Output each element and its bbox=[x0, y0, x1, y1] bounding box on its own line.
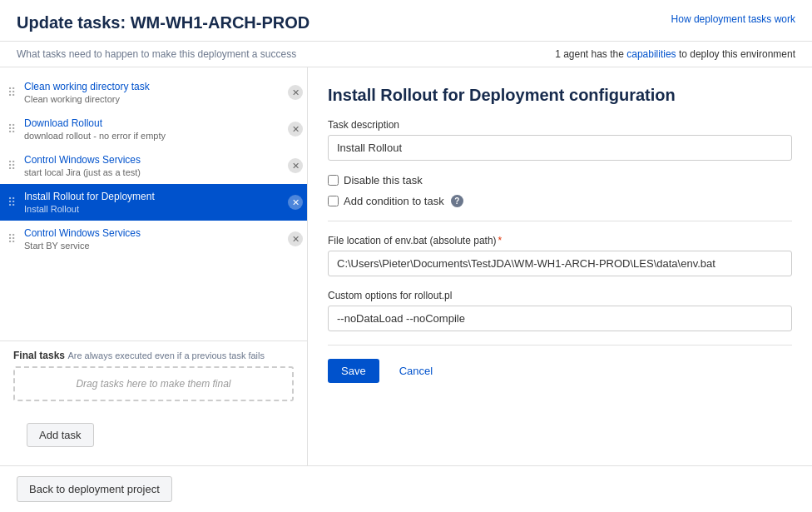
cancel-button[interactable]: Cancel bbox=[386, 359, 446, 383]
footer: Back to deployment project bbox=[0, 465, 812, 512]
task-name: Control Windows Services bbox=[24, 154, 279, 166]
disable-task-row: Disable this task bbox=[328, 174, 792, 186]
right-panel: Install Rollout for Deployment configura… bbox=[308, 67, 812, 465]
task-list: ⠿ Clean working directory task Clean wor… bbox=[0, 67, 307, 341]
page-header: Update tasks: WM-WH1-ARCH-PROD How deplo… bbox=[0, 0, 812, 42]
left-panel: ⠿ Clean working directory task Clean wor… bbox=[0, 67, 308, 465]
back-button[interactable]: Back to deployment project bbox=[17, 476, 172, 502]
save-button[interactable]: Save bbox=[328, 359, 379, 383]
task-item-control-windows[interactable]: ⠿ Control Windows Services start local J… bbox=[0, 147, 307, 184]
task-name: Install Rollout for Deployment bbox=[24, 191, 279, 202]
add-task-button[interactable]: Add task bbox=[27, 423, 94, 447]
task-item-clean[interactable]: ⠿ Clean working directory task Clean wor… bbox=[0, 74, 307, 111]
task-desc: Clean working directory bbox=[24, 94, 279, 104]
drag-placeholder: Drag tasks here to make them final bbox=[13, 366, 294, 401]
condition-task-checkbox[interactable] bbox=[328, 196, 339, 206]
subheader-text: What tasks need to happen to make this d… bbox=[17, 48, 296, 60]
drag-handle: ⠿ bbox=[2, 147, 19, 184]
task-desc: download rollout - no error if empty bbox=[24, 131, 279, 141]
task-close-button[interactable]: ✕ bbox=[288, 122, 303, 137]
custom-options-group: Custom options for rollout.pl bbox=[328, 290, 792, 331]
help-link[interactable]: How deployment tasks work bbox=[671, 13, 795, 25]
task-desc: Start BY service bbox=[24, 241, 279, 251]
capabilities-link[interactable]: capabilities bbox=[626, 48, 676, 60]
drag-handle: ⠿ bbox=[2, 221, 19, 257]
file-location-input[interactable] bbox=[328, 251, 792, 276]
page-title: Update tasks: WM-WH1-ARCH-PROD bbox=[17, 13, 309, 32]
agent-info: 1 agent has the capabilities to deploy t… bbox=[555, 48, 795, 60]
divider-2 bbox=[328, 345, 792, 345]
file-location-group: File location of env.bat (absolute path) bbox=[328, 235, 792, 276]
task-close-button[interactable]: ✕ bbox=[288, 85, 303, 100]
final-tasks-section: Final tasks Are always executed even if … bbox=[0, 341, 307, 415]
custom-options-input[interactable] bbox=[328, 306, 792, 331]
task-description-input[interactable] bbox=[328, 135, 792, 161]
task-close-button[interactable]: ✕ bbox=[288, 231, 303, 246]
task-name: Clean working directory task bbox=[24, 81, 279, 92]
divider bbox=[328, 221, 792, 221]
drag-handle: ⠿ bbox=[2, 74, 19, 111]
condition-help-icon[interactable]: ? bbox=[451, 195, 463, 207]
task-close-button[interactable]: ✕ bbox=[288, 195, 303, 210]
task-description-group: Task description bbox=[328, 119, 792, 161]
subheader: What tasks need to happen to make this d… bbox=[0, 42, 812, 67]
custom-options-label: Custom options for rollout.pl bbox=[328, 290, 792, 301]
task-item-install-rollout[interactable]: ⠿ Install Rollout for Deployment Install… bbox=[0, 184, 307, 221]
drag-handle: ⠿ bbox=[2, 111, 19, 147]
task-desc: start local Jira (just as a test) bbox=[24, 167, 279, 177]
task-close-button[interactable]: ✕ bbox=[288, 158, 303, 173]
file-location-label: File location of env.bat (absolute path) bbox=[328, 235, 792, 246]
config-title: Install Rollout for Deployment configura… bbox=[328, 84, 792, 106]
task-description-label: Task description bbox=[328, 119, 792, 131]
drag-handle: ⠿ bbox=[2, 184, 19, 221]
condition-task-label[interactable]: Add condition to task bbox=[344, 195, 444, 207]
task-item-download[interactable]: ⠿ Download Rollout download rollout - no… bbox=[0, 111, 307, 147]
form-actions: Save Cancel bbox=[328, 359, 792, 383]
task-name: Control Windows Services bbox=[24, 227, 279, 239]
disable-task-label[interactable]: Disable this task bbox=[344, 174, 423, 186]
task-desc: Install Rollout bbox=[24, 204, 279, 214]
condition-task-row: Add condition to task ? bbox=[328, 195, 792, 207]
disable-task-checkbox[interactable] bbox=[328, 175, 339, 186]
task-item-control-windows-2[interactable]: ⠿ Control Windows Services Start BY serv… bbox=[0, 221, 307, 257]
task-name: Download Rollout bbox=[24, 117, 279, 129]
main-content: ⠿ Clean working directory task Clean wor… bbox=[0, 67, 812, 465]
